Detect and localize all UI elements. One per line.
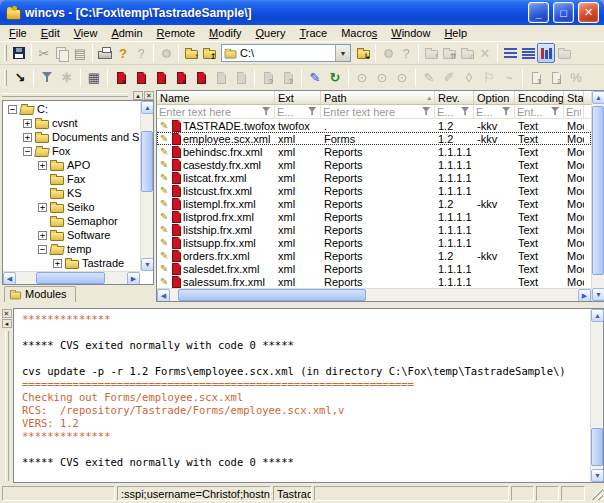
table-row[interactable]: ✎listcat.frx.xmlxmlReports1.1.1.1TextMod <box>157 171 591 184</box>
filter-funnel-icon[interactable] <box>262 107 271 116</box>
scroll-down-icon[interactable]: ▼ <box>141 258 154 271</box>
tree-expander-icon[interactable]: + <box>38 203 47 212</box>
column-header-option[interactable]: Option <box>474 91 515 104</box>
filter-input-ext[interactable]: E... <box>275 105 321 118</box>
scroll-up-icon[interactable]: ▲ <box>592 91 604 104</box>
column-header-rev[interactable]: Rev. <box>435 91 474 104</box>
tree-expander-icon[interactable]: + <box>23 133 32 142</box>
scroll-down-icon[interactable]: ▼ <box>591 469 604 482</box>
tree-expander-icon[interactable]: + <box>53 259 62 268</box>
resize-grip[interactable] <box>590 487 603 500</box>
tree-item-apo[interactable]: +APO <box>4 158 139 172</box>
help-button[interactable]: ? <box>114 43 132 63</box>
tree-view-button[interactable] <box>501 43 519 63</box>
filter-funnel-icon[interactable] <box>422 107 431 116</box>
table-row[interactable]: ✎listship.frx.xmlxmlReports1.1.1.1TextMo… <box>157 223 591 236</box>
column-header-encoding[interactable]: Encoding <box>515 91 564 104</box>
tree-expander-icon[interactable]: − <box>38 245 47 254</box>
column-header-name[interactable]: Name <box>157 91 275 104</box>
table-row[interactable]: ✎employee.scx.xmlxmlForms1.2-kkvTextMod <box>157 132 591 145</box>
scroll-thumb[interactable] <box>36 272 105 284</box>
console-collapse-button[interactable]: ◂ <box>2 319 12 328</box>
filter-input-option[interactable]: E... <box>474 105 515 118</box>
jump-button[interactable]: ↘ <box>10 67 30 89</box>
list-vertical-scrollbar[interactable]: ▲ ▼ <box>591 91 604 301</box>
location-combobox[interactable]: C:\▼ <box>221 44 351 62</box>
tree-item-c-[interactable]: −C: <box>4 102 139 116</box>
filter-input-path[interactable]: Enter text here <box>321 105 435 118</box>
tree-expander-icon[interactable]: + <box>23 119 32 128</box>
scroll-right-icon[interactable]: ▶ <box>127 272 140 285</box>
column-header-ext[interactable]: Ext <box>275 91 321 104</box>
scroll-thumb[interactable] <box>178 289 366 301</box>
tree-expander-icon[interactable]: − <box>8 105 17 114</box>
tree-item-ks[interactable]: +KS <box>4 186 139 200</box>
tree-item-cvsnt[interactable]: +cvsnt <box>4 116 139 130</box>
cvs-remove-button[interactable]: ⌕ <box>171 67 191 89</box>
pane-close-button[interactable]: ✕ <box>144 91 154 100</box>
table-row[interactable]: ✎salesdet.frx.xmlxmlReports1.1.1.1TextMo… <box>157 262 591 275</box>
filter-input-rev[interactable]: E... <box>435 105 474 118</box>
menu-query[interactable]: Query <box>249 26 293 40</box>
smart-view-button[interactable] <box>537 43 555 63</box>
table-row[interactable]: ✎listempl.frx.xmlxmlReports1.2-kkvTextMo… <box>157 197 591 210</box>
tree-item-seiko[interactable]: +Seiko <box>4 200 139 214</box>
scroll-left-icon[interactable]: ◀ <box>3 272 16 285</box>
console-close-button[interactable]: ✕ <box>2 309 12 318</box>
refresh-button[interactable]: ↻ <box>325 67 345 89</box>
scroll-thumb[interactable] <box>591 428 603 466</box>
scroll-thumb[interactable] <box>592 106 604 275</box>
table-row[interactable]: ✎listsupp.frx.xmlxmlReports1.1.1.1TextMo… <box>157 236 591 249</box>
table-row[interactable]: ✎TASTRADE.twofoxtwofox.1.2-kkvTextMod <box>157 119 591 132</box>
cvs-update-button[interactable]: × <box>111 67 131 89</box>
table-row[interactable]: ✎behindsc.frx.xmlxmlReports1.1.1.1TextMo… <box>157 145 591 158</box>
tree-item-semaphor[interactable]: +Semaphor <box>4 214 139 228</box>
table-row[interactable]: ✎salessum.frx.xmlxmlReports1.1.1.1TextMo… <box>157 275 591 288</box>
table-row[interactable]: ✎listcust.frx.xmlxmlReports1.1.1.1TextMo… <box>157 184 591 197</box>
table-row[interactable]: ✎listprod.frx.xmlxmlReports1.1.1.1TextMo… <box>157 210 591 223</box>
menu-window[interactable]: Window <box>384 26 437 40</box>
filter-button[interactable] <box>37 67 57 89</box>
console-vertical-scrollbar[interactable]: ▲ ▼ <box>590 309 603 482</box>
console-gripper[interactable] <box>5 331 9 481</box>
edit-selection-button[interactable]: ✎ <box>305 67 325 89</box>
scroll-right-icon[interactable]: ▶ <box>578 289 591 301</box>
table-row[interactable]: ✎casestdy.frx.xmlxmlReports1.1.1.1TextMo… <box>157 158 591 171</box>
menu-trace[interactable]: Trace <box>292 26 334 40</box>
browse-location-button[interactable]: ↳ <box>354 43 372 63</box>
tree-item-documents-and-sett[interactable]: +Documents and Sett <box>4 130 139 144</box>
title-bar[interactable]: wincvs - [C:\Fox\temp\TastradeSample\] _… <box>0 0 604 25</box>
column-header-path[interactable]: Path▴ <box>321 91 435 104</box>
filter-input-stat[interactable]: Ente <box>564 105 584 118</box>
tree-item-fox[interactable]: −Fox <box>4 144 139 158</box>
menu-modify[interactable]: Modify <box>202 26 248 40</box>
filter-funnel-icon[interactable] <box>308 107 317 116</box>
menu-remote[interactable]: Remote <box>150 26 203 40</box>
modules-tab[interactable]: Modules <box>4 286 76 302</box>
tree-horizontal-scrollbar[interactable]: ◀ ▶ <box>3 271 140 284</box>
scroll-down-icon[interactable]: ▼ <box>592 288 604 301</box>
pane-gripper[interactable] <box>2 93 128 97</box>
toolbar-gripper[interactable] <box>4 70 7 86</box>
scroll-up-icon[interactable]: ▲ <box>141 101 154 114</box>
cvs-diff-button[interactable]: ○ <box>191 67 211 89</box>
save-button[interactable] <box>10 43 28 63</box>
pane-pin-button[interactable]: ▴ <box>133 91 143 100</box>
tree-expander-icon[interactable]: − <box>23 147 32 156</box>
tree-vertical-scrollbar[interactable]: ▲ ▼ <box>140 101 153 271</box>
tree-item-temp[interactable]: −temp <box>4 242 139 256</box>
tree-item-fax[interactable]: +Fax <box>4 172 139 186</box>
cvs-add-button[interactable]: ↑ <box>151 67 171 89</box>
filter-input-name[interactable]: Enter text here <box>157 105 275 118</box>
maximize-button[interactable]: □ <box>553 2 574 23</box>
menu-admin[interactable]: Admin <box>104 26 149 40</box>
tree-expander-icon[interactable]: + <box>38 161 47 170</box>
folder-up-button[interactable]: ↑ <box>182 43 200 63</box>
scroll-up-icon[interactable]: ▲ <box>591 309 604 322</box>
menu-help[interactable]: Help <box>437 26 474 40</box>
menu-file[interactable]: File <box>2 26 34 40</box>
scroll-thumb[interactable] <box>141 131 153 191</box>
print-button[interactable] <box>96 43 114 63</box>
list-horizontal-scrollbar[interactable]: ◀ ▶ <box>157 288 591 301</box>
column-header-stat[interactable]: Stat <box>564 91 584 104</box>
